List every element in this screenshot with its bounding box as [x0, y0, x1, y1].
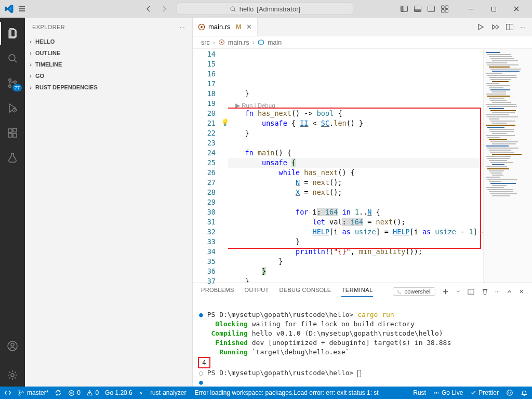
nav-back-icon[interactable]: [144, 5, 153, 13]
nav-forward-icon[interactable]: [160, 5, 168, 13]
title-role: [Administrator]: [257, 5, 300, 13]
status-branch[interactable]: master*: [18, 389, 48, 396]
run-icon[interactable]: [476, 23, 485, 31]
panel-tab-problems[interactable]: PROBLEMS: [201, 287, 234, 296]
breadcrumb-symbol[interactable]: main: [268, 39, 282, 46]
status-language[interactable]: Rust: [413, 389, 426, 396]
status-error-message[interactable]: Error loading workspace: packages.Load e…: [192, 389, 379, 396]
panel-tab-output[interactable]: OUTPUT: [245, 287, 269, 296]
editor-tabs: main.rs M ✕ ···: [193, 18, 532, 36]
activity-source-control[interactable]: 77: [0, 72, 25, 95]
activity-run-debug[interactable]: [0, 97, 25, 119]
status-feedback-icon[interactable]: [506, 389, 513, 396]
activity-bar: 77: [0, 18, 25, 387]
section-label: OUTLINE: [35, 50, 60, 56]
minimap[interactable]: [483, 49, 532, 283]
error-count: 0: [77, 389, 81, 396]
status-prettier[interactable]: Prettier: [470, 389, 499, 396]
chevron-right-icon: ›: [27, 38, 34, 45]
svg-point-22: [11, 374, 14, 377]
activity-extensions[interactable]: [0, 122, 25, 144]
section-label: RUST DEPENDENCIES: [35, 84, 98, 90]
chevron-right-icon: ›: [27, 61, 34, 68]
title-app: hello: [240, 5, 254, 13]
panel-close-icon[interactable]: ✕: [519, 288, 524, 295]
svg-rect-2: [401, 6, 404, 12]
window-minimize[interactable]: [459, 0, 482, 18]
svg-rect-17: [8, 134, 12, 137]
chevron-up-icon[interactable]: [506, 288, 513, 295]
activity-accounts[interactable]: [0, 335, 25, 357]
activity-settings[interactable]: [0, 364, 25, 387]
terminal-cursor: [357, 370, 361, 377]
code-editor[interactable]: 1415161718192021222324252627282930313233…: [193, 49, 532, 283]
section-rust-deps[interactable]: ›RUST DEPENDENCIES: [25, 82, 192, 93]
svg-rect-19: [13, 128, 17, 132]
breadcrumb-root[interactable]: src: [201, 39, 210, 46]
status-go-version[interactable]: Go 1.20.6: [105, 389, 144, 396]
tab-close-icon[interactable]: ✕: [246, 23, 252, 31]
terminal-kill-icon[interactable]: [481, 288, 489, 296]
symbol-function-icon: [258, 39, 264, 46]
status-bell-icon[interactable]: [521, 389, 528, 396]
activity-testing[interactable]: [0, 147, 25, 169]
status-go-live[interactable]: Go Live: [433, 389, 463, 396]
panel-tab-terminal[interactable]: TERMINAL: [341, 287, 373, 297]
section-go[interactable]: ›GO: [25, 70, 192, 82]
breadcrumbs[interactable]: src › main.rs › main: [193, 36, 532, 49]
chevron-right-icon: ›: [27, 50, 34, 56]
activity-explorer[interactable]: [0, 22, 25, 45]
svg-point-24: [201, 26, 203, 28]
status-remote-icon[interactable]: [4, 389, 11, 396]
terminal-shell-selector[interactable]: powershell: [393, 287, 435, 296]
chevron-right-icon: ›: [27, 84, 34, 90]
breadcrumb-file[interactable]: main.rs: [228, 39, 249, 46]
svg-point-14: [14, 81, 17, 84]
window-close[interactable]: [505, 0, 528, 18]
status-rust-analyzer[interactable]: rust-analyzer: [150, 389, 186, 396]
layout-customize-icon[interactable]: [441, 5, 449, 13]
window-maximize[interactable]: [482, 0, 505, 18]
terminal-split-chevron-icon[interactable]: [456, 289, 461, 294]
status-problems[interactable]: 0 0: [68, 389, 99, 396]
section-outline[interactable]: ›OUTLINE: [25, 47, 192, 59]
rust-file-icon: [218, 39, 225, 46]
term-compiling: Compiling: [199, 329, 248, 337]
split-editor-icon[interactable]: [506, 23, 514, 31]
svg-point-31: [22, 392, 23, 393]
term-l3: hello v0.1.0 (D:\mysetup\gopath\rustcode…: [248, 329, 443, 337]
command-center[interactable]: hello [Administrator]: [177, 3, 353, 15]
panel-tab-debug-console[interactable]: DEBUG CONSOLE: [280, 287, 331, 296]
terminal-content[interactable]: ● PS D:\mysetup\gopath\rustcode\hello> c…: [193, 300, 532, 387]
svg-rect-7: [445, 6, 448, 9]
layout-left-icon[interactable]: [400, 5, 408, 13]
more-actions-icon[interactable]: ···: [520, 23, 526, 31]
more-icon[interactable]: ···: [495, 288, 500, 295]
hamburger-menu-icon[interactable]: [18, 5, 26, 13]
svg-rect-10: [491, 7, 496, 11]
terminal-split-icon[interactable]: [467, 288, 475, 296]
status-sync-icon[interactable]: [55, 389, 62, 396]
svg-rect-6: [442, 6, 445, 9]
chevron-right-icon: ›: [27, 73, 34, 79]
highlight-box-main: [228, 108, 481, 249]
section-timeline[interactable]: ›TIMELINE: [25, 59, 192, 70]
warning-count: 0: [95, 389, 99, 396]
debug-alt-icon[interactable]: [491, 23, 499, 31]
terminal-new-icon[interactable]: [442, 288, 449, 296]
svg-rect-8: [442, 10, 445, 13]
tab-main-rs[interactable]: main.rs M ✕: [193, 18, 258, 36]
svg-point-34: [507, 390, 513, 396]
layout-bottom-icon[interactable]: [414, 5, 422, 13]
svg-point-27: [221, 42, 222, 43]
sidebar-more-icon[interactable]: ···: [180, 24, 185, 30]
svg-rect-9: [445, 10, 448, 13]
term-running: Running: [199, 348, 248, 356]
activity-search[interactable]: [0, 47, 25, 70]
branch-name: master*: [27, 389, 48, 396]
svg-point-29: [19, 390, 20, 392]
section-hello[interactable]: ›HELLO: [25, 36, 192, 47]
svg-point-21: [11, 343, 14, 347]
svg-point-12: [9, 79, 11, 82]
layout-right-icon[interactable]: [427, 5, 435, 13]
